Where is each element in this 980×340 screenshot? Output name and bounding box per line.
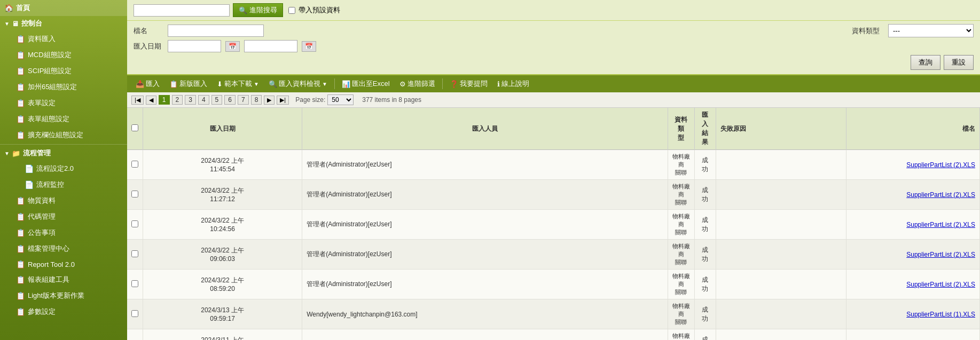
page-7-button[interactable]: 7 (238, 95, 249, 105)
sidebar-item-process-monitor-label: 流程監控 (36, 180, 64, 189)
page-1-button[interactable]: 1 (159, 95, 170, 105)
home-icon: 🏠 (4, 4, 13, 12)
row-import-date: 2024/3/22 上午11:27:12 (143, 180, 302, 210)
prev-page-button[interactable]: ◀ (146, 96, 156, 105)
sidebar-item-announcement[interactable]: 📋 公告事項 (0, 225, 127, 241)
sidebar-item-scip-settings[interactable]: 📋 SCIP組態設定 (0, 63, 127, 79)
row-failure-reason (716, 240, 846, 270)
sidebar-item-console[interactable]: ▼ 🖥 控制台 (0, 16, 127, 31)
reset-button[interactable]: 重設 (944, 55, 974, 70)
sidebar-item-data-import[interactable]: 📋 資料匯入 (0, 31, 127, 47)
template-dropdown-icon: ▼ (254, 81, 259, 87)
advanced-search-button[interactable]: 🔍 進階搜尋 (233, 3, 283, 17)
row-checkbox[interactable] (131, 161, 138, 168)
search-input[interactable] (134, 4, 230, 17)
page-6-button[interactable]: 6 (224, 95, 236, 105)
date-to-calendar-button[interactable]: 📅 (302, 41, 316, 52)
sidebar-item-report-tool[interactable]: 📋 Report Tool 2.0 (0, 257, 127, 272)
row-failure-reason (716, 150, 846, 180)
row-filename[interactable]: SupplierPartList (2).XLS (846, 150, 980, 180)
row-checkbox[interactable] (131, 220, 138, 227)
online-help-button[interactable]: ℹ 線上說明 (493, 77, 534, 90)
page-2-button[interactable]: 2 (172, 95, 183, 105)
sidebar-item-light-update[interactable]: 📋 Light版本更新作業 (0, 288, 127, 304)
sidebar-item-mcd-label: MCD組態設定 (28, 50, 72, 60)
filter-area: 檔名 資料類型 --- 物料廠商關聯 匯入日期 📅 📅 查詢 重設 (127, 21, 980, 75)
filename-link[interactable]: SupplierPartList (1).XLS (906, 311, 975, 318)
sidebar-item-mcd-settings[interactable]: 📋 MCD組態設定 (0, 47, 127, 63)
last-page-button[interactable]: ▶| (277, 96, 289, 105)
sidebar-item-process-settings-label: 流程設定2.0 (36, 164, 74, 173)
page-4-button[interactable]: 4 (198, 95, 209, 105)
date-from-input[interactable] (168, 40, 221, 52)
filename-link[interactable]: SupplierPartList (2).XLS (906, 221, 975, 228)
row-checkbox-cell (127, 329, 143, 341)
row-checkbox[interactable] (131, 310, 138, 317)
filename-input[interactable] (168, 25, 264, 37)
sidebar-item-param-settings[interactable]: 📋 參數設定 (0, 304, 127, 320)
row-filename[interactable]: SupplierPartList (2).XLS (846, 240, 980, 270)
date-to-input[interactable] (244, 40, 297, 52)
query-button[interactable]: 查詢 (911, 55, 940, 70)
page-3-button[interactable]: 3 (185, 95, 196, 105)
code-icon: 📋 (16, 212, 25, 221)
import-date-label: 匯入日期 (134, 42, 163, 51)
sidebar-item-material-info[interactable]: 📋 物質資料 (0, 193, 127, 209)
sidebar-item-file-mgmt[interactable]: 📋 檔案管理中心 (0, 241, 127, 257)
sidebar-item-home[interactable]: 🏠 首頁 (0, 0, 127, 16)
page-size-select[interactable]: 50 100 200 (327, 94, 354, 105)
filename-link[interactable]: SupplierPartList (2).XLS (906, 191, 975, 199)
first-page-button[interactable]: |◀ (131, 96, 144, 105)
page-8-button[interactable]: 8 (251, 95, 262, 105)
row-checkbox[interactable] (131, 280, 138, 287)
row-import-user: 管理者(Administrator)[ezUser] (302, 329, 668, 341)
row-checkbox[interactable] (131, 191, 138, 197)
sidebar-item-process-settings[interactable]: 📄 流程設定2.0 (0, 161, 127, 177)
sidebar-item-expand-settings[interactable]: 📋 擴充欄位組態設定 (0, 127, 127, 143)
data-type-select[interactable]: --- 物料廠商關聯 (888, 24, 974, 37)
data-import-icon: 📋 (16, 35, 25, 43)
sidebar-item-form-settings[interactable]: 📋 表單設定 (0, 95, 127, 111)
row-checkbox[interactable] (131, 250, 138, 257)
select-all-checkbox[interactable] (131, 124, 138, 131)
file-mgmt-icon: 📋 (16, 244, 25, 253)
new-import-button[interactable]: 📋 新版匯入 (165, 77, 211, 90)
row-filename[interactable]: SupplierPartList (2).XLS (846, 210, 980, 240)
form-icon: 📋 (16, 99, 25, 107)
scip-icon: 📋 (16, 67, 25, 75)
sidebar-item-home-label: 首頁 (16, 3, 30, 13)
filename-link[interactable]: SupplierPartList (2).XLS (906, 161, 975, 169)
row-filename[interactable]: SupplierPartList (1).XLS (846, 299, 980, 329)
with-default-checkbox[interactable] (288, 7, 295, 14)
filename-link[interactable]: SupplierPartList (2).XLS (906, 281, 975, 288)
sidebar-item-form-group-settings[interactable]: 📋 表單組態設定 (0, 111, 127, 127)
row-filename[interactable]: SupplierPartList (2).XLS (846, 270, 980, 299)
row-data-type: 物料廠商關聯 (668, 270, 694, 299)
sidebar-item-scip-label: SCIP組態設定 (28, 66, 72, 76)
sidebar-item-process-mgmt[interactable]: ▼ 📁 流程管理 (0, 146, 127, 161)
import-icon: 📥 (136, 80, 144, 88)
row-failure-reason (716, 329, 846, 341)
row-filename[interactable]: SupplierPartList.XLS (846, 329, 980, 341)
help-button[interactable]: ❓ 我要提問 (445, 77, 492, 90)
filename-link[interactable]: SupplierPartList (2).XLS (906, 251, 975, 258)
advanced-filter-button[interactable]: ⚙ 進階篩選 (395, 77, 440, 90)
check-data-button[interactable]: 🔍 匯入資料檢視 ▼ (264, 77, 332, 90)
row-import-date: 2024/3/22 上午09:06:03 (143, 240, 302, 270)
sidebar-item-process-monitor[interactable]: 📄 流程監控 (0, 177, 127, 193)
page-size-label: Page size: (295, 96, 325, 104)
row-filename[interactable]: SupplierPartList (2).XLS (846, 180, 980, 210)
next-page-button[interactable]: ▶ (264, 96, 275, 105)
sidebar-item-report-builder[interactable]: 📋 報表組建工具 (0, 272, 127, 288)
import-button[interactable]: 📥 匯入 (131, 77, 164, 90)
online-help-label: 線上說明 (501, 79, 529, 89)
export-excel-button[interactable]: 📊 匯出至Excel (338, 77, 394, 90)
sidebar-item-report-builder-label: 報表組建工具 (28, 275, 69, 284)
page-5-button[interactable]: 5 (211, 95, 223, 105)
date-from-calendar-button[interactable]: 📅 (225, 41, 240, 52)
row-import-result: 成功 (694, 299, 716, 329)
template-download-button[interactable]: ⬇ 範本下載 ▼ (213, 77, 263, 90)
filter-actions: 查詢 重設 (134, 55, 974, 70)
sidebar-item-code-mgmt[interactable]: 📋 代碼管理 (0, 209, 127, 225)
sidebar-item-ca65-settings[interactable]: 📋 加州65組態設定 (0, 79, 127, 95)
